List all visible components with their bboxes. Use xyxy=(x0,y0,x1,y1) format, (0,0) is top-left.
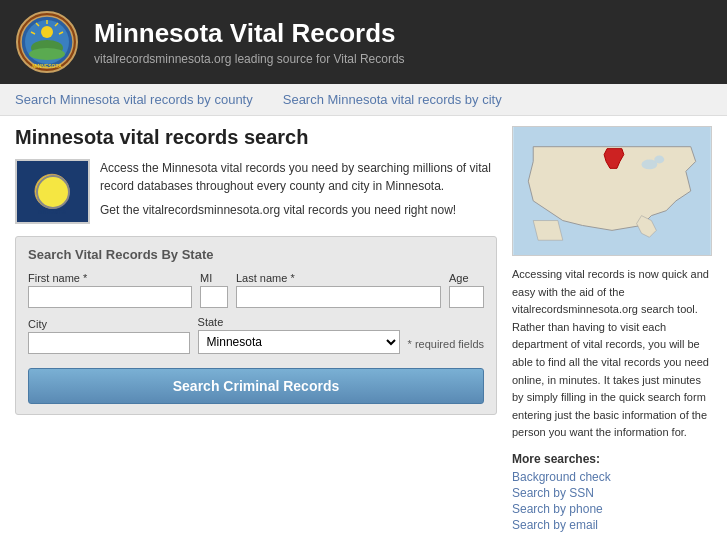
more-searches-link-0[interactable]: Background check xyxy=(512,470,712,484)
right-description: Accessing vital records is now quick and… xyxy=(512,266,712,442)
right-column: Accessing vital records is now quick and… xyxy=(512,126,712,532)
svg-text:MINNESOTA: MINNESOTA xyxy=(38,210,67,215)
site-title: Minnesota Vital Records xyxy=(94,18,405,49)
nav-link-city[interactable]: Search Minnesota vital records by city xyxy=(283,92,502,107)
age-input[interactable] xyxy=(449,286,484,308)
search-criminal-records-button[interactable]: Search Criminal Records xyxy=(28,368,484,404)
state-label: State xyxy=(198,316,400,328)
mi-field: MI xyxy=(200,272,228,308)
header-text: Minnesota Vital Records vitalrecordsminn… xyxy=(94,18,405,66)
form-row-name: First name * MI Last name * Age xyxy=(28,272,484,308)
more-searches-link-1[interactable]: Search by SSN xyxy=(512,486,712,500)
more-searches-link-2[interactable]: Search by phone xyxy=(512,502,712,516)
lastname-field: Last name * xyxy=(236,272,441,308)
svg-point-14 xyxy=(38,177,66,205)
firstname-input[interactable] xyxy=(28,286,192,308)
age-label: Age xyxy=(449,272,484,284)
search-form-box: Search Vital Records By State First name… xyxy=(15,236,497,415)
age-field: Age xyxy=(449,272,484,308)
state-field: State Minnesota xyxy=(198,316,400,354)
site-subtitle: vitalrecordsminnesota.org leading source… xyxy=(94,52,405,66)
page-title: Minnesota vital records search xyxy=(15,126,497,149)
left-column: Minnesota vital records search MINNESOTA… xyxy=(15,126,497,532)
intro-block: MINNESOTA Access the Minnesota vital rec… xyxy=(15,159,497,224)
svg-point-13 xyxy=(35,174,69,208)
svg-point-15 xyxy=(42,191,63,202)
more-searches-link-3[interactable]: Search by email xyxy=(512,518,712,532)
minnesota-flag: MINNESOTA xyxy=(15,159,90,224)
svg-point-24 xyxy=(654,156,664,164)
city-input[interactable] xyxy=(28,332,190,354)
intro-para1: Access the Minnesota vital records you n… xyxy=(100,159,497,195)
svg-text:MINNESOTA: MINNESOTA xyxy=(32,63,62,69)
main-content: Minnesota vital records search MINNESOTA… xyxy=(0,116,727,542)
state-select[interactable]: Minnesota xyxy=(198,330,400,354)
required-note: * required fields xyxy=(408,338,484,354)
svg-point-16 xyxy=(48,182,56,190)
intro-para2: Get the vitalrecordsminnesota.org vital … xyxy=(100,201,497,219)
svg-point-4 xyxy=(29,48,65,60)
lastname-input[interactable] xyxy=(236,286,441,308)
nav-link-county[interactable]: Search Minnesota vital records by county xyxy=(15,92,253,107)
us-map xyxy=(512,126,712,256)
search-box-title: Search Vital Records By State xyxy=(28,247,484,262)
city-label: City xyxy=(28,318,190,330)
header: MINNESOTA Minnesota Vital Records vitalr… xyxy=(0,0,727,84)
firstname-field: First name * xyxy=(28,272,192,308)
svg-marker-21 xyxy=(533,221,563,241)
mi-input[interactable] xyxy=(200,286,228,308)
more-searches-links: Background checkSearch by SSNSearch by p… xyxy=(512,470,712,532)
state-seal-logo: MINNESOTA xyxy=(15,10,79,74)
svg-point-5 xyxy=(41,26,53,38)
more-searches-section: More searches: Background checkSearch by… xyxy=(512,452,712,532)
city-field: City xyxy=(28,318,190,354)
lastname-label: Last name * xyxy=(236,272,441,284)
nav-bar: Search Minnesota vital records by county… xyxy=(0,84,727,116)
intro-text: Access the Minnesota vital records you n… xyxy=(100,159,497,224)
firstname-label: First name * xyxy=(28,272,192,284)
form-row-location: City State Minnesota * required fields xyxy=(28,316,484,354)
mi-label: MI xyxy=(200,272,228,284)
more-searches-title: More searches: xyxy=(512,452,712,466)
